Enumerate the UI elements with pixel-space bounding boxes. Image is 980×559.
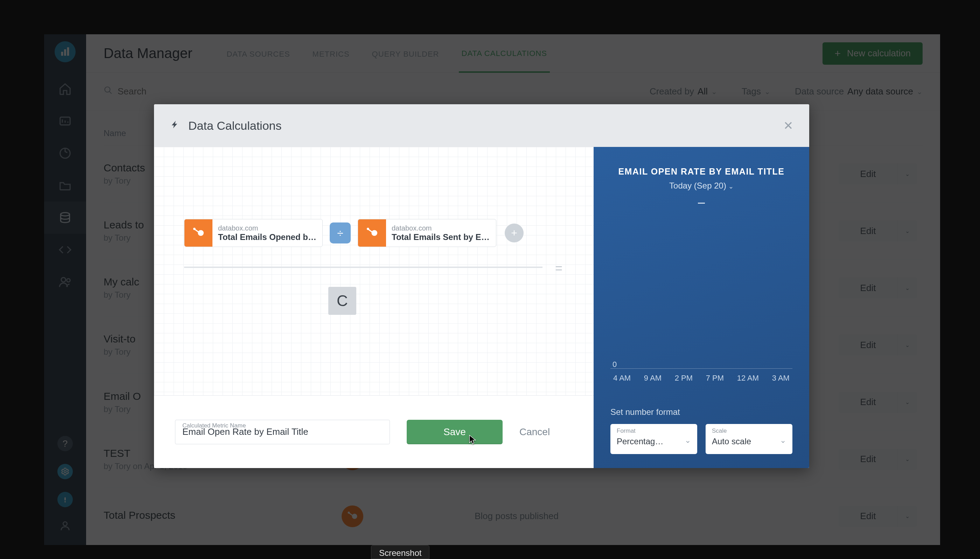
chevron-down-icon: ⌄: [728, 183, 733, 190]
set-number-format-label: Set number format: [611, 407, 792, 417]
close-icon[interactable]: ✕: [783, 119, 793, 132]
cancel-button[interactable]: Cancel: [520, 427, 550, 438]
y-axis-zero: 0: [612, 360, 617, 369]
format-select[interactable]: Format Percentag… ⌄: [611, 424, 697, 454]
chevron-down-icon: ⌄: [780, 436, 786, 445]
x-axis-labels: 4 AM 9 AM 2 PM 7 PM 12 AM 3 AM: [611, 374, 792, 383]
metric-chip-b[interactable]: databox.com Total Emails Sent by Ema…: [358, 219, 496, 247]
preview-panel: EMAIL OPEN RATE BY EMAIL TITLE Today (Se…: [594, 147, 809, 468]
calculated-metric-name-field[interactable]: Calculated Metric Name: [175, 420, 390, 444]
hubspot-icon: [184, 219, 212, 246]
modal-header: Data Calculations ✕: [154, 104, 809, 147]
data-calculations-modal: Data Calculations ✕ databox.com Total Em…: [154, 104, 809, 468]
formula-builder: databox.com Total Emails Opened by E… ÷ …: [154, 147, 594, 468]
preview-value: –: [611, 195, 792, 210]
chevron-down-icon: ⌄: [685, 436, 691, 445]
metric-chip-a[interactable]: databox.com Total Emails Opened by E…: [184, 219, 323, 247]
formula-divider: [184, 266, 543, 268]
formula-row: databox.com Total Emails Opened by E… ÷ …: [184, 219, 523, 247]
preview-title: EMAIL OPEN RATE BY EMAIL TITLE: [611, 167, 792, 177]
svg-point-29: [371, 230, 377, 236]
svg-point-27: [198, 230, 204, 236]
save-button[interactable]: Save: [407, 420, 503, 444]
screenshot-tooltip: Screenshot: [371, 545, 429, 559]
preview-date-range[interactable]: Today (Sep 20)⌄: [611, 181, 792, 191]
modal-title: Data Calculations: [188, 119, 281, 132]
builder-footer: Calculated Metric Name Save Cancel: [154, 395, 594, 468]
bolt-icon: [169, 120, 180, 132]
preview-chart: 0: [611, 220, 792, 369]
scale-select[interactable]: Scale Auto scale ⌄: [705, 424, 792, 454]
hubspot-icon: [358, 219, 386, 246]
operator-chip[interactable]: ÷: [330, 222, 351, 243]
equals-icon: =: [555, 261, 563, 276]
result-placeholder[interactable]: C: [328, 287, 356, 315]
add-operator-button[interactable]: +: [505, 223, 523, 242]
app-window: ? Data Manager DATA SOURCES METRICS QUER…: [44, 34, 940, 545]
